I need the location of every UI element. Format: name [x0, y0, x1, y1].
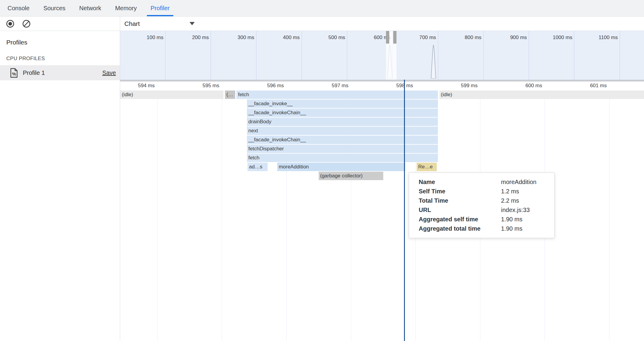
tooltip-value: 2.2 ms — [501, 197, 551, 204]
tooltip-label: URL — [419, 207, 501, 214]
flame-segment[interactable]: drainBody — [247, 118, 438, 126]
flame-segment[interactable]: ad…s — [248, 163, 268, 171]
overview-tick-label: 800 ms — [442, 35, 481, 41]
profile-list-item[interactable]: % Profile 1 Save — [0, 65, 120, 80]
tab-memory[interactable]: Memory — [111, 0, 140, 16]
tab-bar: ConsoleSourcesNetworkMemoryProfiler — [0, 0, 644, 17]
clear-profiles-button[interactable] — [22, 19, 31, 28]
view-mode-select[interactable]: Chart — [124, 20, 195, 27]
overview-tick-label: 500 ms — [306, 35, 345, 41]
flame-segment[interactable]: __facade_invoke__ — [247, 100, 438, 108]
sidebar-toolbar — [0, 17, 120, 31]
flame-segment[interactable]: fetch — [236, 91, 438, 99]
flame-row: __facade_invoke__ — [120, 100, 644, 108]
tooltip-row: URLindex.js:33 — [419, 205, 551, 215]
save-link[interactable]: Save — [102, 69, 116, 76]
view-mode-value: Chart — [124, 20, 140, 27]
flame-segment[interactable]: (idle) — [120, 91, 223, 99]
selection-handle-right[interactable] — [393, 31, 396, 44]
overview-tick-label: 1100 ms — [579, 35, 618, 41]
flame-chart: (idle)(…fetch(idle)__facade_invoke____fa… — [120, 90, 644, 341]
tooltip-label: Total Time — [419, 197, 501, 204]
profiles-title: Profiles — [6, 39, 120, 46]
overview-tick-label: 1000 ms — [533, 35, 572, 41]
tooltip-value: moreAddition — [501, 179, 551, 186]
overview-grid-line — [302, 31, 302, 80]
flame-row: (garbage collector) — [120, 172, 644, 180]
tooltip-value: 1.90 ms — [501, 225, 551, 232]
flame-segment[interactable]: Re…e — [417, 163, 437, 171]
overview-tick-label: 700 ms — [397, 35, 436, 41]
ruler-tick-label: 601 ms — [571, 81, 607, 90]
overview-grid-line — [483, 31, 484, 80]
svg-text:%: % — [12, 71, 16, 76]
flame-segment[interactable]: moreAddition — [277, 163, 405, 171]
flame-segment[interactable]: __facade_invokeChain__ — [247, 136, 438, 144]
tooltip-label: Name — [419, 179, 501, 186]
ruler-tick-label: 598 ms — [377, 81, 413, 90]
tooltip-row: Self Time1.2 ms — [419, 187, 551, 196]
overview-tick-label: 1200 ms — [624, 35, 644, 41]
flame-segment[interactable]: fetchDispatcher — [247, 145, 438, 153]
flame-row: ad…smoreAdditionRe…e — [120, 163, 644, 171]
ruler-tick-label: 595 ms — [183, 81, 219, 90]
ruler-tick-label: 600 ms — [506, 81, 542, 90]
tooltip-label: Aggregated total time — [419, 225, 501, 232]
overview-grid-line — [620, 31, 620, 80]
chevron-down-icon — [190, 22, 195, 25]
flame-segment[interactable]: (garbage collector) — [319, 172, 383, 180]
tab-sources[interactable]: Sources — [40, 0, 69, 16]
tooltip-value: 1.90 ms — [501, 216, 551, 223]
overview-grid-line — [529, 31, 529, 80]
profiler-toolbar: Chart — [120, 17, 644, 31]
devtools-window: ConsoleSourcesNetworkMemoryProfiler Pro — [0, 0, 644, 341]
current-time-marker — [404, 80, 405, 341]
tooltip-value: index.js:33 — [501, 207, 551, 214]
flame-row: fetch — [120, 154, 644, 162]
tooltip-row: Aggregated self time1.90 ms — [419, 215, 551, 224]
flame-segment[interactable]: next — [247, 127, 438, 135]
tab-network[interactable]: Network — [76, 0, 105, 16]
record-button[interactable] — [6, 19, 15, 28]
overview-grid-line — [165, 31, 166, 80]
tooltip-value: 1.2 ms — [501, 188, 551, 195]
tab-profiler[interactable]: Profiler — [147, 0, 173, 16]
profile-name: Profile 1 — [23, 69, 97, 76]
overview-tick-label: 900 ms — [488, 35, 527, 41]
tooltip-row: Total Time2.2 ms — [419, 196, 551, 205]
tooltip-label: Self Time — [419, 188, 501, 195]
flame-segment[interactable]: (idle) — [439, 91, 644, 99]
profiles-sidebar: Profiles CPU PROFILES % Profile 1 Save — [0, 17, 120, 341]
ruler-tick-label: 597 ms — [312, 81, 348, 90]
flame-row: fetchDispatcher — [120, 145, 644, 153]
timeline-overview[interactable]: 100 ms200 ms300 ms400 ms500 ms600 ms700 … — [120, 31, 644, 80]
clear-icon — [22, 19, 31, 28]
cpu-profiles-section-title: CPU PROFILES — [6, 56, 120, 62]
tooltip-label: Aggregated self time — [419, 216, 501, 223]
overview-tick-label: 400 ms — [261, 35, 300, 41]
overview-tick-label: 600 ms — [351, 35, 390, 41]
overview-grid-line — [256, 31, 257, 80]
overview-tick-label: 300 ms — [215, 35, 254, 41]
flame-segment[interactable]: __facade_invokeChain__ — [247, 109, 438, 117]
profiler-main-panel: Chart 100 ms200 ms300 ms400 ms500 ms600 … — [120, 17, 644, 341]
overview-tick-label: 200 ms — [170, 35, 209, 41]
flame-row: drainBody — [120, 118, 644, 126]
activity-spike — [430, 44, 436, 80]
selection-handle-left[interactable] — [386, 31, 389, 44]
flame-segment[interactable]: (… — [225, 91, 235, 99]
flame-row: __facade_invokeChain__ — [120, 136, 644, 144]
flame-row: (idle)(…fetch(idle) — [120, 91, 644, 99]
ruler-tick-label: 596 ms — [248, 81, 284, 90]
tab-console[interactable]: Console — [4, 0, 33, 16]
summary-tooltip: NamemoreAdditionSelf Time1.2 msTotal Tim… — [409, 173, 554, 238]
overview-tick-label: 100 ms — [124, 35, 163, 41]
overview-grid-line — [574, 31, 574, 80]
tooltip-row: Aggregated total time1.90 ms — [419, 224, 551, 233]
flame-segment[interactable]: fetch — [247, 154, 438, 162]
profile-document-icon: % — [10, 68, 18, 78]
ruler-tick-label: 599 ms — [442, 81, 478, 90]
time-ruler: 594 ms595 ms596 ms597 ms598 ms599 ms600 … — [120, 81, 644, 90]
record-icon — [6, 19, 15, 28]
flame-row: next — [120, 127, 644, 135]
